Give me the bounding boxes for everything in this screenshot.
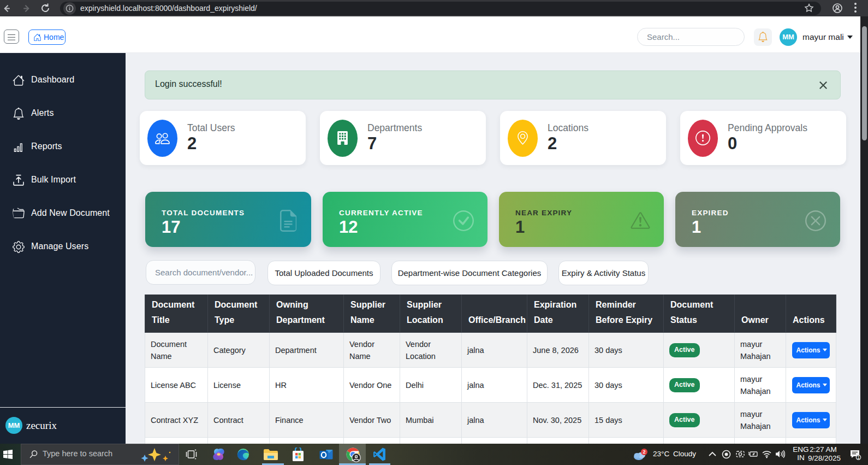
svg-text:2: 2 xyxy=(643,449,645,455)
svg-text:1: 1 xyxy=(857,455,860,460)
